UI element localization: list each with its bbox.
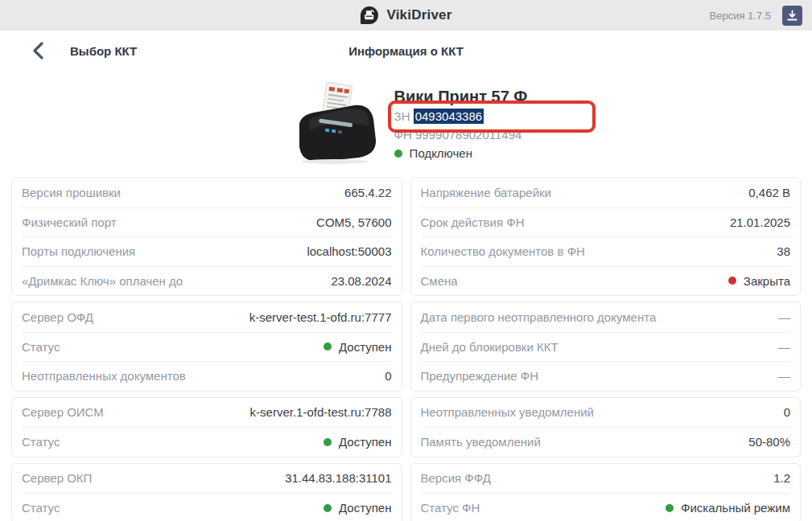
row-label: Статус [22, 340, 60, 354]
row-value-text: Фискальный режим [681, 501, 790, 515]
row-value: — [778, 340, 790, 354]
right-card-2: Неотправленных уведомлений0Память уведом… [410, 397, 802, 457]
row-value-text: 1.2 [773, 471, 790, 485]
left-card-3: Сервер ОКП31.44.83.188:31101СтатусДоступ… [11, 463, 402, 521]
info-cards-grid: Версия прошивки665.4.22Физический портCO… [0, 177, 812, 521]
row-value: Доступен [324, 501, 391, 515]
status-dot-red [728, 277, 736, 285]
right-column: Напряжение батарейки0,462 ВСрок действия… [410, 177, 802, 521]
row-value-text: k-server-test.1-ofd.ru:7777 [249, 310, 392, 324]
row-value-text: Доступен [339, 435, 391, 449]
status-dot-green [666, 504, 674, 512]
right-card-0: Напряжение батарейки0,462 ВСрок действия… [410, 177, 802, 296]
status-dot [394, 150, 402, 158]
device-fn: ФН 9999078902011494 [394, 125, 528, 144]
back-label: Выбор ККТ [70, 44, 137, 58]
row-value: 0 [385, 369, 391, 383]
app-header: VikiDriver Версия 1.7.5 [0, 0, 812, 31]
row-value-text: 665.4.22 [344, 186, 391, 199]
row-label: Предупреждение ФН [421, 369, 539, 383]
row-label: Смена [421, 274, 458, 288]
info-row: Напряжение батарейки0,462 В [421, 178, 791, 207]
left-card-2: Сервер ОИСМk-server.1-ofd-test.ru:7788Ст… [11, 397, 402, 457]
info-row: Дата первого неотправленного документа— [421, 302, 791, 332]
row-value-text: — [778, 340, 790, 354]
info-row: СтатусДоступен [22, 427, 392, 457]
row-value: 21.01.2025 [730, 215, 790, 229]
info-row: Количество документов в ФН38 [421, 236, 791, 266]
nav-row: Информация о ККТ Выбор ККТ [0, 31, 812, 71]
fn-value: 9999078902011494 [415, 128, 521, 142]
info-row: Сервер ОКП31.44.83.188:31101 [22, 464, 392, 494]
row-value-text: localhost:50003 [307, 244, 391, 258]
row-value-text: Доступен [339, 501, 391, 515]
row-label: «Дримкас Ключ» оплачен до [22, 274, 183, 288]
info-row: Порты подключенияlocalhost:50003 [22, 236, 392, 266]
row-label: Дней до блокировки ККТ [421, 340, 559, 354]
right-card-1: Дата первого неотправленного документа—Д… [410, 302, 802, 392]
row-value-text: k-server.1-ofd-test.ru:7788 [250, 405, 392, 419]
info-row: СтатусДоступен [22, 332, 392, 362]
row-value-text: 31.44.83.188:31101 [285, 471, 391, 485]
row-value-text: 50-80% [748, 435, 790, 449]
info-row: Неотправленных уведомлений0 [421, 398, 791, 428]
info-row: Физический портCOM5, 57600 [22, 207, 392, 237]
row-value: 1.2 [773, 471, 790, 485]
row-value: Доступен [324, 340, 391, 354]
row-value: localhost:50003 [307, 244, 391, 258]
right-card-3: Версия ФФД1.2Статус ФНФискальный режим [410, 463, 802, 521]
info-row: Статус ФНФискальный режим [421, 493, 791, 521]
row-label: Неотправленных уведомлений [421, 405, 594, 419]
info-row: Сервер ОИСМk-server.1-ofd-test.ru:7788 [22, 398, 392, 428]
row-value-text: Доступен [339, 340, 391, 354]
row-value-text: — [778, 310, 790, 324]
row-value: 38 [777, 244, 790, 258]
info-row: Предупреждение ФН— [421, 361, 791, 391]
info-row: «Дримкас Ключ» оплачен до23.08.2024 [22, 266, 392, 296]
row-label: Статус [22, 435, 60, 449]
row-value-text: 0,462 В [748, 186, 790, 199]
info-row: Версия прошивки665.4.22 [22, 178, 392, 207]
device-name: Вики Принт 57 Ф [394, 86, 528, 107]
row-value-text: 0 [784, 405, 790, 419]
row-label: Статус ФН [421, 501, 480, 515]
info-row: Версия ФФД1.2 [421, 464, 791, 494]
device-info-section: Вики Принт 57 Ф ЗН 0493043386 ФН 9999078… [0, 72, 812, 175]
fn-label: ФН [394, 128, 412, 142]
row-value-text: 21.01.2025 [730, 215, 790, 229]
info-row: Дней до блокировки ККТ— [421, 332, 791, 362]
connection-status-label: Подключен [410, 144, 472, 163]
printer-image [285, 82, 383, 166]
row-value-text: 23.08.2024 [331, 274, 391, 288]
app-title: VikiDriver [386, 7, 451, 23]
row-label: Физический порт [22, 215, 117, 229]
row-value: — [778, 369, 790, 383]
device-serial: ЗН 0493043386 [394, 107, 528, 125]
row-value: Закрыта [728, 274, 790, 288]
info-row: Неотправленных документов0 [22, 361, 392, 391]
row-label: Порты подключения [22, 244, 135, 258]
row-label: Память уведомлений [421, 435, 541, 449]
back-button[interactable]: Выбор ККТ [32, 42, 137, 59]
row-label: Дата первого неотправленного документа [421, 310, 657, 324]
info-row: Сервер ОФДk-server-test.1-ofd.ru:7777 [22, 302, 392, 332]
row-value: 0,462 В [748, 186, 790, 199]
row-value: 665.4.22 [344, 186, 391, 199]
download-icon [786, 10, 798, 22]
row-value-text: — [778, 369, 790, 383]
row-value-text: Закрыта [744, 274, 790, 288]
row-value: 23.08.2024 [331, 274, 391, 288]
row-value: k-server.1-ofd-test.ru:7788 [250, 405, 392, 419]
row-value: — [778, 310, 790, 324]
row-value: 50-80% [748, 435, 790, 449]
row-label: Напряжение батарейки [421, 186, 551, 199]
app-brand: VikiDriver [0, 6, 812, 25]
status-dot-green [324, 343, 332, 351]
row-value: k-server-test.1-ofd.ru:7777 [249, 310, 392, 324]
info-row: Память уведомлений50-80% [421, 427, 791, 457]
row-value: COM5, 57600 [316, 215, 391, 229]
left-card-0: Версия прошивки665.4.22Физический портCO… [11, 177, 402, 296]
printer-logo-icon [360, 6, 379, 25]
row-value: Доступен [324, 435, 391, 449]
download-button[interactable] [782, 6, 802, 26]
